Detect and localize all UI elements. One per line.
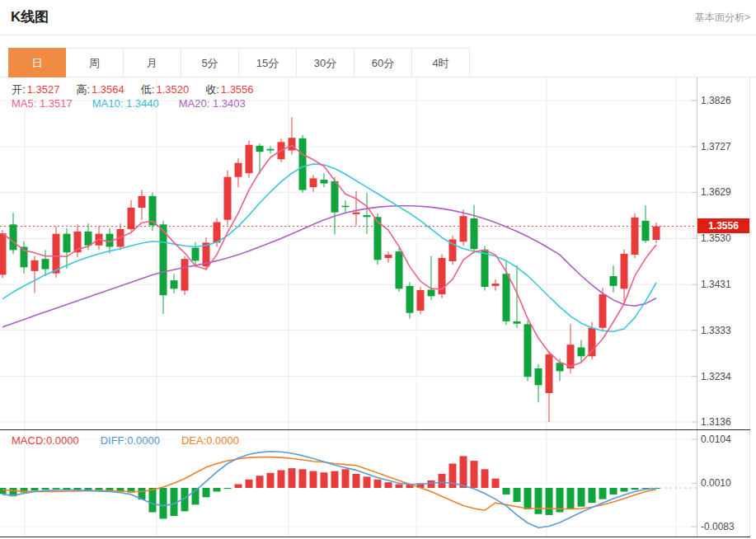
kline-chart-canvas[interactable]: 1.38261.37271.36291.35301.34311.33331.32… <box>0 0 756 539</box>
low-label: 低: <box>141 83 155 96</box>
close-value: 1.3556 <box>221 83 254 96</box>
ma20-value: 1.3403 <box>213 97 246 110</box>
close-label: 收: <box>205 83 219 96</box>
ohlc-readout: 开:1.3527 高:1.3564 低:1.3520 收:1.3556 <box>12 82 254 97</box>
ma5-label: MA5: <box>12 97 36 110</box>
y-axis-label: 1.3530 <box>701 232 731 244</box>
y-axis-label: 1.3234 <box>701 371 731 382</box>
current-price-tag: 1.3556 <box>697 218 749 233</box>
diff-label: DIFF: <box>101 434 128 447</box>
ma10-label: MA10: <box>92 97 124 110</box>
ma5-value: 1.3517 <box>40 97 73 110</box>
open-label: 开: <box>12 83 26 96</box>
y-axis-label: 1.3333 <box>701 325 731 336</box>
macd-readout: MACD:0.0000 DIFF:0.0000 DEA:0.0000 <box>12 434 239 447</box>
high-label: 高: <box>76 83 90 96</box>
kline-widget: K线图 基本面分析> 日周月5分15分30分60分4时 1.38261.3727… <box>0 0 756 539</box>
y-axis-label: 1.3826 <box>701 95 731 106</box>
macd-axis-label: 0.0104 <box>701 434 731 445</box>
ma10-value: 1.3440 <box>126 97 159 110</box>
y-axis-label: 1.3431 <box>701 279 731 290</box>
diff-value: 0.0000 <box>127 434 160 447</box>
ma-readout: MA5: 1.3517 MA10: 1.3440 MA20: 1.3403 <box>12 97 246 110</box>
dea-value: 0.0000 <box>206 434 239 447</box>
y-axis-label: 1.3727 <box>701 141 731 152</box>
macd-axis-label: -0.0083 <box>701 521 735 532</box>
macd-label: MACD: <box>12 434 46 447</box>
y-axis-label: 1.3136 <box>701 416 731 428</box>
dea-label: DEA: <box>181 434 206 447</box>
macd-value: 0.0000 <box>46 434 79 447</box>
ma20-label: MA20: <box>179 97 210 110</box>
high-value: 1.3564 <box>92 83 124 96</box>
macd-axis-label: 0.0010 <box>701 477 731 489</box>
y-axis-label: 1.3629 <box>701 186 731 198</box>
open-value: 1.3527 <box>27 83 60 96</box>
low-value: 1.3520 <box>156 83 189 96</box>
